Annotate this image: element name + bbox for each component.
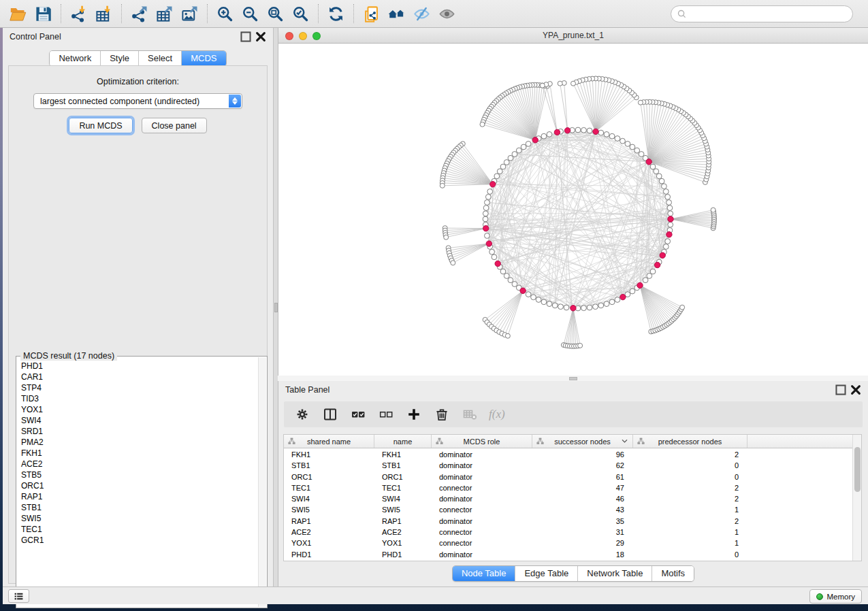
open-file-button[interactable] xyxy=(5,2,31,25)
close-panel-action-button[interactable]: Close panel xyxy=(142,118,207,133)
import-table-button[interactable] xyxy=(91,2,116,25)
delete-column-button[interactable] xyxy=(433,405,451,424)
add-column-button[interactable] xyxy=(405,405,423,424)
control-tab-mcds[interactable]: MCDS xyxy=(182,51,225,66)
refresh-view-button[interactable] xyxy=(323,2,349,25)
export-image-button[interactable] xyxy=(177,2,202,25)
deselect-all-button[interactable] xyxy=(377,405,395,424)
horizontal-split-divider[interactable] xyxy=(278,376,868,381)
cell-name: FKH1 xyxy=(374,449,432,460)
table-tab-motifs[interactable]: Motifs xyxy=(652,566,694,581)
close-table-panel-button[interactable] xyxy=(850,384,861,395)
network-graph[interactable]: .rn{fill:#ffffff;stroke:#7d7d7d;stroke-w… xyxy=(278,44,868,376)
control-tab-select[interactable]: Select xyxy=(139,51,182,66)
mcds-result-item[interactable]: SWI4 xyxy=(17,415,258,426)
divider-grip[interactable] xyxy=(569,377,577,380)
column-header-name[interactable]: name xyxy=(374,435,432,448)
mcds-tab-content: Optimization criterion: largest connecte… xyxy=(8,65,268,584)
close-panel-button[interactable] xyxy=(255,31,266,42)
table-row[interactable]: TEC1TEC1connector472 xyxy=(284,482,852,493)
table-row[interactable]: SWI5SWI5connector431 xyxy=(284,504,852,515)
table-row[interactable]: SWI4SWI4dominator462 xyxy=(284,493,852,504)
mcds-result-item[interactable]: SRD1 xyxy=(17,426,258,437)
window-zoom-button[interactable] xyxy=(312,32,321,40)
control-panel: Control Panel NetworkStyleSelectMCDS Opt… xyxy=(3,28,274,587)
mcds-result-item[interactable]: STB5 xyxy=(17,469,258,480)
column-header-predecessor-nodes[interactable]: predecessor nodes xyxy=(633,435,748,448)
optimization-criterion-select[interactable]: largest connected component (undirected) xyxy=(33,93,242,109)
table-tab-edge-table[interactable]: Edge Table xyxy=(515,566,578,581)
memory-button[interactable]: Memory xyxy=(809,589,862,604)
mcds-result-item[interactable]: TEC1 xyxy=(17,524,258,535)
import-network-button[interactable] xyxy=(66,2,91,25)
function-builder-button: f(x) xyxy=(489,405,505,424)
mcds-result-item[interactable]: CAR1 xyxy=(17,371,258,382)
control-tab-style[interactable]: Style xyxy=(101,51,139,66)
table-row[interactable]: FKH1FKH1dominator962 xyxy=(284,449,852,460)
table-scrollbar[interactable] xyxy=(852,435,861,561)
cell-predecessor_nodes: 2 xyxy=(633,516,748,527)
cell-name: PHD1 xyxy=(374,549,432,560)
hide-selected-button[interactable] xyxy=(409,2,434,25)
column-header-successor-nodes[interactable]: successor nodes xyxy=(532,435,633,448)
search-icon xyxy=(677,10,686,18)
zoom-in-button[interactable] xyxy=(212,2,238,25)
save-session-button[interactable] xyxy=(31,2,56,25)
table-row[interactable]: PHD1PHD1dominator180 xyxy=(284,549,852,560)
window-close-button[interactable] xyxy=(285,32,293,40)
main-toolbar xyxy=(0,0,868,28)
mcds-result-item[interactable]: STB1 xyxy=(17,502,258,513)
zoom-fit-button[interactable] xyxy=(263,2,288,25)
mcds-result-item[interactable]: PMA2 xyxy=(17,437,258,448)
mcds-result-item[interactable]: RAP1 xyxy=(17,491,258,502)
zoom-selected-button[interactable] xyxy=(288,2,313,25)
share-document-button[interactable] xyxy=(359,2,384,25)
cell-successor_nodes: 31 xyxy=(532,527,633,538)
table-row[interactable]: ORC1ORC1dominator610 xyxy=(284,472,852,482)
divider-grip[interactable] xyxy=(274,303,278,312)
gear-button[interactable] xyxy=(293,405,311,424)
table-row[interactable]: YOX1YOX1connector291 xyxy=(284,538,852,548)
control-tab-network[interactable]: Network xyxy=(50,51,101,66)
cell-successor_nodes: 43 xyxy=(532,504,633,515)
select-all-button[interactable] xyxy=(349,405,367,424)
mcds-result-scrollbar[interactable] xyxy=(258,357,266,607)
table-row[interactable]: STB1STB1dominator620 xyxy=(284,460,852,471)
mcds-result-item[interactable]: ORC1 xyxy=(17,480,258,491)
show-all-button[interactable] xyxy=(434,2,460,25)
table-row[interactable]: RAP1RAP1dominator352 xyxy=(284,516,852,527)
cell-successor_nodes: 35 xyxy=(532,516,633,527)
mcds-result-item[interactable]: TID3 xyxy=(17,393,258,404)
mcds-result-item[interactable]: GCR1 xyxy=(17,535,258,546)
column-header-mcds-role[interactable]: MCDS role xyxy=(432,435,532,448)
search-input[interactable] xyxy=(686,7,852,21)
mcds-result-item[interactable]: YOX1 xyxy=(17,404,258,415)
node-table-header: shared namenameMCDS rolesuccessor nodesp… xyxy=(284,435,861,448)
table-panel: Table Panel f(x) shared namenameMCDS rol… xyxy=(278,381,868,587)
table-tab-node-table[interactable]: Node Table xyxy=(453,566,516,581)
run-mcds-button[interactable]: Run MCDS xyxy=(69,118,132,133)
mcds-result-item[interactable]: STP4 xyxy=(17,382,258,393)
zoom-out-button[interactable] xyxy=(238,2,263,25)
table-panel-header: Table Panel xyxy=(278,381,868,399)
table-row[interactable]: ACE2ACE2connector311 xyxy=(284,527,852,538)
cell-successor_nodes: 62 xyxy=(532,460,633,471)
float-table-panel-button[interactable] xyxy=(835,384,846,395)
float-panel-button[interactable] xyxy=(240,31,251,42)
table-scrollbar-thumb[interactable] xyxy=(854,447,861,492)
window-minimize-button[interactable] xyxy=(299,32,307,40)
cell-mcds_role: dominator xyxy=(432,460,532,471)
network-canvas[interactable]: .rn{fill:#ffffff;stroke:#7d7d7d;stroke-w… xyxy=(278,44,868,376)
first-neighbors-button[interactable] xyxy=(384,2,409,25)
columns-button[interactable] xyxy=(321,405,339,424)
export-network-button[interactable] xyxy=(127,2,152,25)
mcds-result-item[interactable]: FKH1 xyxy=(17,448,258,459)
table-tab-network-table[interactable]: Network Table xyxy=(578,566,652,581)
mcds-result-item[interactable]: PHD1 xyxy=(17,361,258,371)
cell-predecessor_nodes: 0 xyxy=(633,549,748,560)
mcds-result-item[interactable]: ACE2 xyxy=(17,459,258,469)
column-header-shared-name[interactable]: shared name xyxy=(284,435,374,448)
export-table-button[interactable] xyxy=(152,2,177,25)
mcds-result-item[interactable]: SWI5 xyxy=(17,513,258,524)
show-panels-button[interactable] xyxy=(8,589,29,603)
